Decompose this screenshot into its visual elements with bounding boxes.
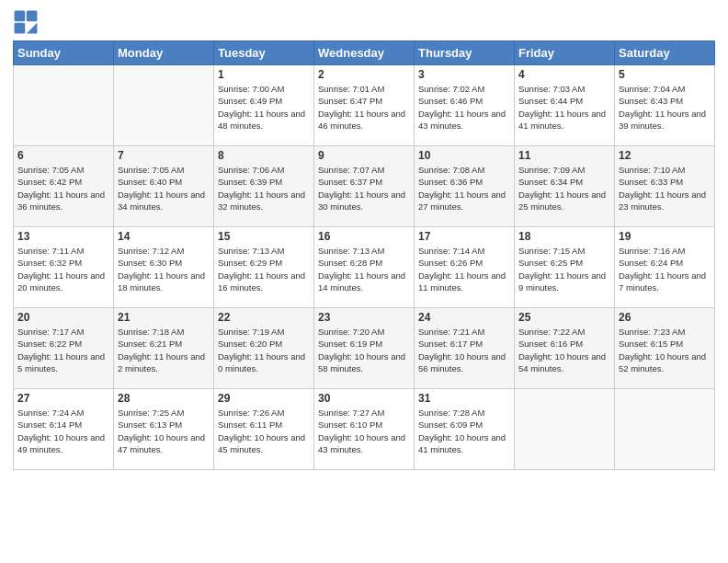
day-info: Sunrise: 7:01 AM Sunset: 6:47 PM Dayligh… [318, 83, 410, 132]
day-number: 11 [518, 149, 610, 162]
day-cell: 20Sunrise: 7:17 AM Sunset: 6:22 PM Dayli… [14, 308, 114, 389]
day-info: Sunrise: 7:20 AM Sunset: 6:19 PM Dayligh… [318, 326, 410, 374]
day-number: 14 [118, 230, 210, 243]
day-number: 12 [619, 149, 711, 162]
weekday-sunday: Sunday [14, 41, 114, 65]
day-cell: 7Sunrise: 7:05 AM Sunset: 6:40 PM Daylig… [114, 146, 214, 227]
day-info: Sunrise: 7:00 AM Sunset: 6:49 PM Dayligh… [218, 83, 310, 132]
day-cell: 28Sunrise: 7:25 AM Sunset: 6:13 PM Dayli… [114, 389, 214, 470]
calendar-header: SundayMondayTuesdayWednesdayThursdayFrid… [14, 41, 715, 65]
day-number: 25 [518, 311, 610, 324]
weekday-header-row: SundayMondayTuesdayWednesdayThursdayFrid… [14, 41, 715, 65]
day-info: Sunrise: 7:11 AM Sunset: 6:32 PM Dayligh… [17, 245, 109, 293]
day-info: Sunrise: 7:13 AM Sunset: 6:28 PM Dayligh… [318, 245, 410, 293]
day-info: Sunrise: 7:09 AM Sunset: 6:34 PM Dayligh… [518, 164, 610, 213]
svg-marker-3 [27, 23, 38, 34]
day-number: 31 [418, 392, 510, 405]
logo-icon [13, 9, 39, 35]
day-info: Sunrise: 7:19 AM Sunset: 6:20 PM Dayligh… [218, 326, 310, 374]
day-info: Sunrise: 7:07 AM Sunset: 6:37 PM Dayligh… [318, 164, 410, 213]
day-number: 9 [318, 149, 410, 162]
day-info: Sunrise: 7:06 AM Sunset: 6:39 PM Dayligh… [218, 164, 310, 213]
day-info: Sunrise: 7:08 AM Sunset: 6:36 PM Dayligh… [418, 164, 510, 213]
page: SundayMondayTuesdayWednesdayThursdayFrid… [0, 0, 728, 563]
day-info: Sunrise: 7:22 AM Sunset: 6:16 PM Dayligh… [518, 326, 610, 374]
day-cell: 30Sunrise: 7:27 AM Sunset: 6:10 PM Dayli… [314, 389, 415, 470]
day-cell: 13Sunrise: 7:11 AM Sunset: 6:32 PM Dayli… [14, 227, 114, 308]
day-number: 1 [218, 68, 310, 81]
day-cell: 16Sunrise: 7:13 AM Sunset: 6:28 PM Dayli… [314, 227, 415, 308]
day-cell: 9Sunrise: 7:07 AM Sunset: 6:37 PM Daylig… [314, 146, 415, 227]
day-number: 29 [218, 392, 310, 405]
day-cell [615, 389, 715, 470]
svg-rect-2 [15, 23, 26, 34]
day-number: 16 [318, 230, 410, 243]
day-cell: 26Sunrise: 7:23 AM Sunset: 6:15 PM Dayli… [615, 308, 715, 389]
day-number: 21 [118, 311, 210, 324]
day-info: Sunrise: 7:25 AM Sunset: 6:13 PM Dayligh… [118, 407, 210, 455]
day-cell: 2Sunrise: 7:01 AM Sunset: 6:47 PM Daylig… [314, 65, 415, 146]
day-number: 23 [318, 311, 410, 324]
week-row-4: 20Sunrise: 7:17 AM Sunset: 6:22 PM Dayli… [14, 308, 715, 389]
svg-rect-1 [27, 11, 38, 22]
day-cell: 1Sunrise: 7:00 AM Sunset: 6:49 PM Daylig… [214, 65, 314, 146]
day-cell: 6Sunrise: 7:05 AM Sunset: 6:42 PM Daylig… [14, 146, 114, 227]
day-cell: 25Sunrise: 7:22 AM Sunset: 6:16 PM Dayli… [515, 308, 615, 389]
day-cell: 12Sunrise: 7:10 AM Sunset: 6:33 PM Dayli… [615, 146, 715, 227]
day-info: Sunrise: 7:17 AM Sunset: 6:22 PM Dayligh… [17, 326, 109, 374]
day-info: Sunrise: 7:03 AM Sunset: 6:44 PM Dayligh… [518, 83, 610, 132]
day-info: Sunrise: 7:26 AM Sunset: 6:11 PM Dayligh… [218, 407, 310, 455]
day-cell: 3Sunrise: 7:02 AM Sunset: 6:46 PM Daylig… [415, 65, 515, 146]
day-number: 2 [318, 68, 410, 81]
svg-rect-0 [15, 11, 26, 22]
day-number: 19 [619, 230, 711, 243]
day-cell: 14Sunrise: 7:12 AM Sunset: 6:30 PM Dayli… [114, 227, 214, 308]
day-cell: 18Sunrise: 7:15 AM Sunset: 6:25 PM Dayli… [515, 227, 615, 308]
week-row-1: 1Sunrise: 7:00 AM Sunset: 6:49 PM Daylig… [14, 65, 715, 146]
day-cell: 29Sunrise: 7:26 AM Sunset: 6:11 PM Dayli… [214, 389, 314, 470]
day-cell: 31Sunrise: 7:28 AM Sunset: 6:09 PM Dayli… [415, 389, 515, 470]
day-cell: 22Sunrise: 7:19 AM Sunset: 6:20 PM Dayli… [214, 308, 314, 389]
weekday-friday: Friday [515, 41, 615, 65]
day-number: 7 [118, 149, 210, 162]
day-cell: 15Sunrise: 7:13 AM Sunset: 6:29 PM Dayli… [214, 227, 314, 308]
day-info: Sunrise: 7:23 AM Sunset: 6:15 PM Dayligh… [619, 326, 711, 374]
day-number: 18 [518, 230, 610, 243]
day-info: Sunrise: 7:28 AM Sunset: 6:09 PM Dayligh… [418, 407, 510, 455]
day-info: Sunrise: 7:24 AM Sunset: 6:14 PM Dayligh… [17, 407, 109, 455]
calendar-body: 1Sunrise: 7:00 AM Sunset: 6:49 PM Daylig… [14, 65, 715, 470]
day-cell [515, 389, 615, 470]
weekday-tuesday: Tuesday [214, 41, 314, 65]
day-cell: 21Sunrise: 7:18 AM Sunset: 6:21 PM Dayli… [114, 308, 214, 389]
week-row-2: 6Sunrise: 7:05 AM Sunset: 6:42 PM Daylig… [14, 146, 715, 227]
day-number: 10 [418, 149, 510, 162]
day-number: 22 [218, 311, 310, 324]
day-cell: 4Sunrise: 7:03 AM Sunset: 6:44 PM Daylig… [515, 65, 615, 146]
day-cell: 19Sunrise: 7:16 AM Sunset: 6:24 PM Dayli… [615, 227, 715, 308]
day-info: Sunrise: 7:12 AM Sunset: 6:30 PM Dayligh… [118, 245, 210, 293]
day-number: 17 [418, 230, 510, 243]
day-cell [14, 65, 114, 146]
day-number: 28 [118, 392, 210, 405]
day-info: Sunrise: 7:21 AM Sunset: 6:17 PM Dayligh… [418, 326, 510, 374]
logo [13, 9, 42, 35]
day-number: 15 [218, 230, 310, 243]
day-number: 24 [418, 311, 510, 324]
header [13, 9, 715, 35]
day-number: 3 [418, 68, 510, 81]
day-info: Sunrise: 7:13 AM Sunset: 6:29 PM Dayligh… [218, 245, 310, 293]
week-row-3: 13Sunrise: 7:11 AM Sunset: 6:32 PM Dayli… [14, 227, 715, 308]
day-cell: 8Sunrise: 7:06 AM Sunset: 6:39 PM Daylig… [214, 146, 314, 227]
weekday-saturday: Saturday [615, 41, 715, 65]
day-info: Sunrise: 7:04 AM Sunset: 6:43 PM Dayligh… [619, 83, 711, 132]
day-cell: 11Sunrise: 7:09 AM Sunset: 6:34 PM Dayli… [515, 146, 615, 227]
day-info: Sunrise: 7:10 AM Sunset: 6:33 PM Dayligh… [619, 164, 711, 213]
day-info: Sunrise: 7:05 AM Sunset: 6:40 PM Dayligh… [118, 164, 210, 213]
day-number: 20 [17, 311, 109, 324]
day-info: Sunrise: 7:18 AM Sunset: 6:21 PM Dayligh… [118, 326, 210, 374]
day-cell: 27Sunrise: 7:24 AM Sunset: 6:14 PM Dayli… [14, 389, 114, 470]
weekday-thursday: Thursday [415, 41, 515, 65]
day-info: Sunrise: 7:02 AM Sunset: 6:46 PM Dayligh… [418, 83, 510, 132]
day-info: Sunrise: 7:15 AM Sunset: 6:25 PM Dayligh… [518, 245, 610, 293]
day-cell: 23Sunrise: 7:20 AM Sunset: 6:19 PM Dayli… [314, 308, 415, 389]
